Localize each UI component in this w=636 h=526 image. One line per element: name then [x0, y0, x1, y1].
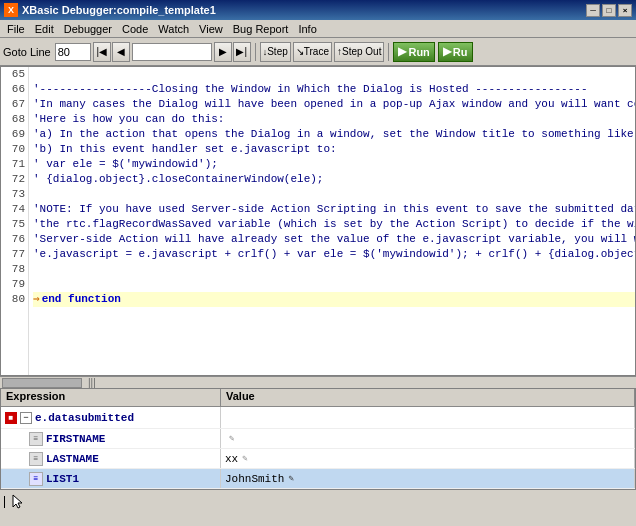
watch-key-firstname: FIRSTNAME: [46, 433, 105, 445]
menu-debugger[interactable]: Debugger: [59, 22, 117, 36]
mouse-pointer-icon: [11, 493, 23, 509]
watch-icon-1: ■: [5, 412, 17, 424]
line-num-65: 65: [4, 67, 25, 82]
code-text-75: 'the rtc.flagRecordWasSaved variable (wh…: [33, 217, 635, 232]
line-num-78: 78: [4, 262, 25, 277]
code-line-76: 'Server-side Action will have already se…: [33, 232, 635, 247]
search-input[interactable]: [132, 43, 212, 61]
code-line-74: 'NOTE: If you have used Server-side Acti…: [33, 202, 635, 217]
code-line-70: 'b) In this event handler set e.javascri…: [33, 142, 635, 157]
window-controls: ─ □ ×: [586, 4, 632, 17]
watch-expr-1: e.datasubmitted: [35, 412, 134, 424]
step-out-button[interactable]: ↑ Step Out: [334, 42, 384, 62]
code-line-67: 'In many cases the Dialog will have been…: [33, 97, 635, 112]
code-lines[interactable]: '-----------------Closing the Window in …: [29, 67, 635, 375]
watch-subicon-firstname: ≡: [29, 432, 43, 446]
watch-header: Expression Value: [1, 389, 635, 407]
h-scroll-thumb[interactable]: [2, 378, 82, 388]
nav-buttons: |◀ ◀: [93, 42, 130, 62]
edit-icon-firstname: ✎: [229, 433, 234, 444]
close-button[interactable]: ×: [618, 4, 632, 17]
go-first-button[interactable]: |◀: [93, 42, 111, 62]
step-button[interactable]: ↓ Step: [260, 42, 291, 62]
maximize-button[interactable]: □: [602, 4, 616, 17]
goto-label: Goto Line: [3, 46, 51, 58]
watch-val-list1: JohnSmith ✎: [221, 469, 635, 488]
code-text-69: 'a) In the action that opens the Dialog …: [33, 127, 635, 142]
code-text-77: 'e.javascript = e.javascript + crlf() + …: [33, 247, 635, 262]
code-line-72: ' {dialog.object}.closeContainerWindow(e…: [33, 172, 635, 187]
step-out-label: Step Out: [342, 46, 381, 57]
svg-marker-0: [13, 495, 22, 508]
menu-edit[interactable]: Edit: [30, 22, 59, 36]
window-title: XBasic Debugger:compile_template1: [22, 4, 216, 16]
watch-subrow-list1[interactable]: ≡ LIST1 JohnSmith ✎: [1, 469, 635, 489]
go-prev-button[interactable]: ◀: [112, 42, 130, 62]
trace-button[interactable]: ↘ Trace: [293, 42, 332, 62]
line-num-76: 76: [4, 232, 25, 247]
menu-code[interactable]: Code: [117, 22, 153, 36]
watch-panel: Expression Value ■ − e.datasubmitted ≡ F…: [0, 388, 636, 490]
step-label: Step: [267, 46, 288, 57]
watch-value-lastname: xx: [225, 453, 238, 465]
code-line-68: 'Here is how you can do this:: [33, 112, 635, 127]
line-num-75: 75: [4, 217, 25, 232]
line-num-73: 73: [4, 187, 25, 202]
sep2: [388, 43, 389, 61]
goto-input[interactable]: [55, 43, 91, 61]
run-icon: ▶: [398, 45, 406, 58]
go-last-button[interactable]: ▶|: [233, 42, 251, 62]
code-line-79: [33, 277, 635, 292]
title-bar: X XBasic Debugger:compile_template1 ─ □ …: [0, 0, 636, 20]
code-text-66: '-----------------Closing the Window in …: [33, 82, 588, 97]
watch-subrow-firstname[interactable]: ≡ FIRSTNAME ✎: [1, 429, 635, 449]
watch-row-1[interactable]: ■ − e.datasubmitted: [1, 407, 635, 429]
menu-view[interactable]: View: [194, 22, 228, 36]
line-num-69: 69: [4, 127, 25, 142]
menu-bug-report[interactable]: Bug Report: [228, 22, 294, 36]
minimize-button[interactable]: ─: [586, 4, 600, 17]
cursor-indicator: [4, 494, 5, 507]
watch-key-list1: LIST1: [46, 473, 79, 485]
line-num-80: 80: [4, 292, 25, 307]
code-line-69: 'a) In the action that opens the Dialog …: [33, 127, 635, 142]
menu-watch[interactable]: Watch: [153, 22, 194, 36]
code-text-80: end function: [42, 292, 121, 307]
line-num-77: 77: [4, 247, 25, 262]
code-line-66: '-----------------Closing the Window in …: [33, 82, 635, 97]
h-scrollbar[interactable]: |||: [0, 376, 636, 388]
run2-icon: ▶: [443, 45, 451, 58]
watch-subrow-lastname[interactable]: ≡ LASTNAME xx ✎: [1, 449, 635, 469]
watch-cell-expr-1: ■ − e.datasubmitted: [1, 407, 221, 428]
trace-label: Trace: [304, 46, 329, 57]
line-num-71: 71: [4, 157, 25, 172]
line-num-70: 70: [4, 142, 25, 157]
watch-expand-1[interactable]: −: [20, 412, 32, 424]
watch-rows: ■ − e.datasubmitted ≡ FIRSTNAME ✎: [1, 407, 635, 489]
watch-col-val-header: Value: [221, 389, 635, 406]
bottom-controls: [0, 490, 636, 512]
watch-key-lastname: LASTNAME: [46, 453, 99, 465]
line-num-68: 68: [4, 112, 25, 127]
edit-icon-list1: ✎: [288, 473, 293, 484]
watch-val-firstname: ✎: [221, 429, 635, 448]
line-num-67: 67: [4, 97, 25, 112]
run-button[interactable]: ▶ Run: [393, 42, 434, 62]
code-line-73: [33, 187, 635, 202]
line-num-79: 79: [4, 277, 25, 292]
line-num-66: 66: [4, 82, 25, 97]
run2-button[interactable]: ▶ Ru: [438, 42, 473, 62]
watch-subicon-lastname: ≡: [29, 452, 43, 466]
active-line-marker: ⇒: [33, 292, 40, 307]
line-num-74: 74: [4, 202, 25, 217]
go-next-button[interactable]: ▶: [214, 42, 232, 62]
code-line-65: [33, 67, 635, 82]
line-numbers: 65 66 67 68 69 70 71 72 73 74 75 76 77 7…: [1, 67, 29, 375]
nav-buttons-right: ▶ ▶|: [214, 42, 251, 62]
mouse-pointer-area: [11, 493, 23, 509]
edit-icon-lastname: ✎: [242, 453, 247, 464]
watch-subrow-expr-lastname: ≡ LASTNAME: [1, 449, 221, 468]
menu-file[interactable]: File: [2, 22, 30, 36]
menu-info[interactable]: Info: [293, 22, 321, 36]
editor-area[interactable]: 65 66 67 68 69 70 71 72 73 74 75 76 77 7…: [0, 66, 636, 376]
